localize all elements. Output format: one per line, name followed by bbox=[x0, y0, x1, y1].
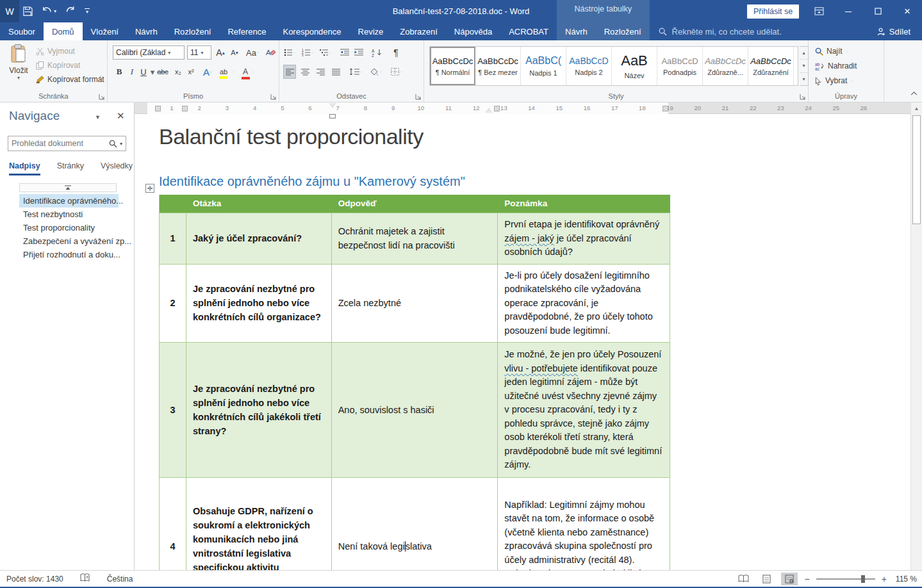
align-left-button[interactable] bbox=[283, 65, 296, 79]
replace-button[interactable]: abac Nahradit bbox=[815, 61, 857, 70]
answer-cell[interactable]: Zcela nezbytné bbox=[332, 265, 498, 343]
heading-item[interactable]: Identifikace oprávněného... bbox=[19, 194, 119, 208]
ruler-table-marker[interactable] bbox=[494, 106, 500, 111]
select-button[interactable]: Vybrat▾ bbox=[815, 76, 853, 85]
redo-button[interactable] bbox=[65, 6, 76, 16]
paragraph-dialog-launcher[interactable] bbox=[415, 94, 422, 100]
note-cell[interactable]: Například: Legitimní zájmy mohou stavět … bbox=[498, 478, 670, 570]
styles-more-button[interactable]: ▼ bbox=[800, 73, 808, 85]
customize-qat-button[interactable]: ▾ bbox=[85, 8, 90, 15]
highlight-color-button[interactable]: ab▾ bbox=[220, 65, 233, 79]
zoom-slider[interactable] bbox=[816, 578, 875, 580]
tab-revize[interactable]: Revize bbox=[350, 22, 392, 40]
question-cell[interactable]: Je zpracování nezbytné pro splnění jedno… bbox=[186, 265, 332, 343]
strikethrough-button[interactable]: abc bbox=[156, 65, 169, 79]
read-mode-button[interactable] bbox=[735, 573, 752, 585]
search-input[interactable] bbox=[12, 139, 109, 148]
text-effects-button[interactable]: A▾ bbox=[201, 65, 214, 79]
tab-domu[interactable]: Domů bbox=[44, 22, 83, 40]
justify-button[interactable] bbox=[329, 65, 342, 79]
save-button[interactable] bbox=[23, 6, 33, 16]
zoom-out-button[interactable]: − bbox=[804, 574, 809, 584]
tab-stranky[interactable]: Stránky bbox=[57, 161, 84, 170]
styles-scroll-down[interactable]: ▼ bbox=[800, 60, 808, 72]
tab-rozlozeni[interactable]: Rozložení bbox=[166, 22, 220, 40]
style-title[interactable]: AaB Název bbox=[612, 47, 657, 85]
minimize-button[interactable]: ─ bbox=[834, 0, 863, 22]
font-dialog-launcher[interactable] bbox=[270, 94, 277, 100]
tab-navrh[interactable]: Návrh bbox=[127, 22, 166, 40]
scrollbar-thumb[interactable] bbox=[912, 115, 921, 224]
left-indent-marker[interactable] bbox=[329, 114, 336, 118]
print-layout-button[interactable] bbox=[758, 573, 775, 585]
tab-korespondence[interactable]: Korespondence bbox=[274, 22, 349, 40]
search-options-caret[interactable]: ▾ bbox=[120, 141, 122, 147]
style-heading2[interactable]: AaBbCcD Nadpis 2 bbox=[566, 47, 612, 85]
font-color-button[interactable]: A▾ bbox=[242, 65, 255, 79]
undo-button[interactable]: ▾ bbox=[42, 6, 56, 16]
navigation-close-icon[interactable]: ✕ bbox=[117, 110, 125, 122]
proofing-status-icon[interactable]: x bbox=[80, 573, 90, 584]
tab-table-navrh[interactable]: Návrh bbox=[557, 22, 596, 40]
question-cell[interactable]: Je zpracování nezbytné pro splnění jedno… bbox=[186, 343, 332, 477]
collapse-headings-button[interactable] bbox=[19, 183, 117, 192]
numbering-button[interactable]: 123 ▾ bbox=[301, 45, 314, 60]
ruler-table-marker[interactable] bbox=[155, 106, 161, 111]
ruler-table-marker[interactable] bbox=[182, 106, 188, 111]
style-emphasis[interactable]: AaBbCcDc Zdůraznění bbox=[748, 47, 794, 85]
tab-soubor[interactable]: Soubor bbox=[0, 22, 44, 40]
sort-button[interactable]: AZ bbox=[369, 45, 386, 60]
note-cell[interactable]: Je možné, že jen pro účely Posouzení vli… bbox=[498, 343, 670, 477]
style-subtle-emphasis[interactable]: AaBbCcDc Zdůrazně... bbox=[703, 47, 748, 85]
close-button[interactable]: × bbox=[893, 0, 922, 22]
scroll-up-arrow[interactable]: ▲ bbox=[912, 104, 921, 113]
find-button[interactable]: Najít▾ bbox=[815, 47, 848, 56]
italic-button[interactable]: I bbox=[126, 65, 138, 79]
tab-napoveda[interactable]: Nápověda bbox=[446, 22, 500, 40]
shrink-font-button[interactable]: A▾ bbox=[228, 45, 241, 60]
horizontal-ruler[interactable]: 1234567891011121314151617181920212223242… bbox=[135, 102, 910, 114]
tab-vlozeni[interactable]: Vložení bbox=[83, 22, 127, 40]
web-layout-button[interactable] bbox=[781, 573, 798, 585]
undo-dropdown-caret[interactable]: ▾ bbox=[54, 8, 56, 14]
answer-cell[interactable]: Ano, souvislost s hasiči bbox=[332, 343, 498, 477]
format-painter-button[interactable]: Kopírovat formát bbox=[36, 75, 104, 84]
first-line-indent-marker[interactable] bbox=[329, 103, 336, 108]
line-spacing-button[interactable]: ▾ bbox=[347, 65, 364, 79]
question-cell[interactable]: Obsahuje GDPR, nařízení o soukromí a ele… bbox=[186, 478, 332, 570]
multilevel-list-button[interactable]: ▾ bbox=[319, 45, 332, 60]
style-no-spacing[interactable]: AaBbCcDc ¶ Bez mezer bbox=[475, 47, 521, 85]
table-move-handle[interactable]: ✛ bbox=[145, 184, 154, 193]
tab-reference[interactable]: Reference bbox=[219, 22, 274, 40]
styles-scroll-up[interactable]: ▲ bbox=[800, 47, 808, 60]
align-right-button[interactable] bbox=[314, 65, 327, 79]
style-heading1[interactable]: AaBbC( Nadpis 1 bbox=[521, 47, 566, 85]
tab-zobrazeni[interactable]: Zobrazení bbox=[391, 22, 446, 40]
bullets-button[interactable]: ▾ bbox=[283, 45, 296, 60]
heading-item[interactable]: Přijetí rozhodnutí a doku... bbox=[0, 248, 135, 261]
tab-acrobat[interactable]: ACROBAT bbox=[500, 22, 557, 40]
ruler-table-marker[interactable] bbox=[663, 106, 668, 111]
answer-cell[interactable]: Ochránit majetek a zajistit bezpečnost l… bbox=[332, 213, 498, 264]
navigation-options-caret[interactable]: ▼ bbox=[95, 114, 101, 120]
ribbon-display-options-button[interactable] bbox=[804, 0, 834, 22]
note-cell[interactable]: První etapa je identifikovat oprávněný z… bbox=[498, 213, 670, 264]
align-center-button[interactable] bbox=[299, 65, 311, 79]
document-search-box[interactable]: ▾ bbox=[8, 136, 126, 151]
styles-dialog-launcher[interactable] bbox=[800, 94, 806, 100]
paste-button[interactable]: Vložit ▾ bbox=[5, 44, 32, 81]
sign-in-button[interactable]: Přihlásit se bbox=[747, 4, 799, 19]
tab-nadpisy[interactable]: Nadpisy bbox=[9, 161, 40, 170]
style-subtitle[interactable]: AaBbCcD Podnadpis bbox=[657, 47, 703, 85]
clipboard-dialog-launcher[interactable] bbox=[99, 94, 105, 100]
change-case-button[interactable]: Aa▾ bbox=[243, 45, 261, 60]
heading-item[interactable]: Zabezpečení a vyvážení zp... bbox=[0, 234, 135, 248]
superscript-button[interactable]: x² bbox=[185, 65, 197, 79]
clear-formatting-button[interactable]: A bbox=[264, 45, 277, 60]
zoom-slider-thumb[interactable] bbox=[861, 575, 865, 583]
heading-item[interactable]: Test proporcionality bbox=[0, 221, 135, 234]
language-status[interactable]: Čeština bbox=[107, 575, 133, 584]
collapse-ribbon-icon[interactable] bbox=[907, 90, 921, 100]
increase-indent-button[interactable] bbox=[352, 45, 365, 60]
answer-cell[interactable]: Není taková legislativa bbox=[332, 478, 498, 570]
